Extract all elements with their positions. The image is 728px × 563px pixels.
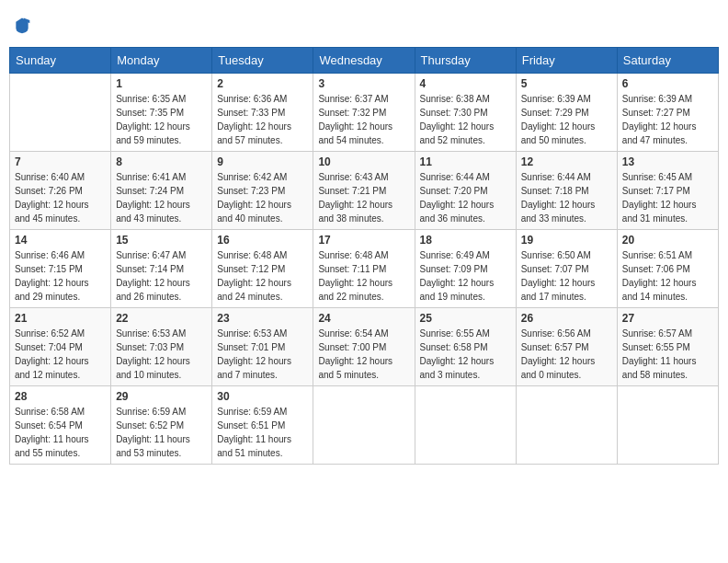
weekday-header-monday: Monday <box>111 48 212 74</box>
day-number: 14 <box>15 234 106 247</box>
day-info: Sunrise: 6:40 AM Sunset: 7:26 PM Dayligh… <box>15 170 106 225</box>
day-cell <box>313 386 415 465</box>
day-info: Sunrise: 6:39 AM Sunset: 7:27 PM Dayligh… <box>622 92 713 147</box>
day-number: 23 <box>217 312 308 325</box>
day-cell: 6Sunrise: 6:39 AM Sunset: 7:27 PM Daylig… <box>617 74 718 152</box>
day-cell: 8Sunrise: 6:41 AM Sunset: 7:24 PM Daylig… <box>111 152 212 230</box>
day-cell <box>617 386 718 465</box>
weekday-header-row: SundayMondayTuesdayWednesdayThursdayFrid… <box>10 48 719 74</box>
day-number: 29 <box>116 390 207 403</box>
day-info: Sunrise: 6:51 AM Sunset: 7:06 PM Dayligh… <box>622 248 713 304</box>
day-number: 25 <box>420 312 511 325</box>
day-cell: 1Sunrise: 6:35 AM Sunset: 7:35 PM Daylig… <box>111 74 212 152</box>
day-info: Sunrise: 6:43 AM Sunset: 7:21 PM Dayligh… <box>318 170 409 225</box>
day-info: Sunrise: 6:54 AM Sunset: 7:00 PM Dayligh… <box>318 327 409 382</box>
day-info: Sunrise: 6:38 AM Sunset: 7:30 PM Dayligh… <box>420 92 511 147</box>
weekday-header-thursday: Thursday <box>415 48 516 74</box>
day-cell <box>10 74 111 152</box>
day-cell: 16Sunrise: 6:48 AM Sunset: 7:12 PM Dayli… <box>212 230 313 308</box>
day-cell: 27Sunrise: 6:57 AM Sunset: 6:55 PM Dayli… <box>617 308 718 386</box>
day-info: Sunrise: 6:48 AM Sunset: 7:12 PM Dayligh… <box>217 248 308 304</box>
day-info: Sunrise: 6:53 AM Sunset: 7:01 PM Dayligh… <box>217 327 308 382</box>
day-cell: 23Sunrise: 6:53 AM Sunset: 7:01 PM Dayli… <box>212 308 313 386</box>
weekday-header-tuesday: Tuesday <box>212 48 313 74</box>
day-info: Sunrise: 6:59 AM Sunset: 6:52 PM Dayligh… <box>116 405 207 460</box>
day-info: Sunrise: 6:42 AM Sunset: 7:23 PM Dayligh… <box>217 170 308 225</box>
day-info: Sunrise: 6:58 AM Sunset: 6:54 PM Dayligh… <box>15 405 106 460</box>
day-info: Sunrise: 6:44 AM Sunset: 7:18 PM Dayligh… <box>521 170 612 225</box>
day-cell <box>415 386 516 465</box>
weekday-header-sunday: Sunday <box>10 48 111 74</box>
page-header <box>9 9 719 40</box>
day-cell: 12Sunrise: 6:44 AM Sunset: 7:18 PM Dayli… <box>516 152 617 230</box>
day-info: Sunrise: 6:49 AM Sunset: 7:09 PM Dayligh… <box>420 248 511 304</box>
day-cell: 15Sunrise: 6:47 AM Sunset: 7:14 PM Dayli… <box>111 230 212 308</box>
day-cell <box>516 386 617 465</box>
day-cell: 14Sunrise: 6:46 AM Sunset: 7:15 PM Dayli… <box>10 230 111 308</box>
weekday-header-friday: Friday <box>516 48 617 74</box>
day-cell: 19Sunrise: 6:50 AM Sunset: 7:07 PM Dayli… <box>516 230 617 308</box>
day-info: Sunrise: 6:41 AM Sunset: 7:24 PM Dayligh… <box>116 170 207 225</box>
day-number: 16 <box>217 234 308 247</box>
day-cell: 13Sunrise: 6:45 AM Sunset: 7:17 PM Dayli… <box>617 152 718 230</box>
week-row-2: 14Sunrise: 6:46 AM Sunset: 7:15 PM Dayli… <box>10 230 719 308</box>
day-cell: 11Sunrise: 6:44 AM Sunset: 7:20 PM Dayli… <box>415 152 516 230</box>
day-cell: 3Sunrise: 6:37 AM Sunset: 7:32 PM Daylig… <box>313 74 415 152</box>
day-cell: 7Sunrise: 6:40 AM Sunset: 7:26 PM Daylig… <box>10 152 111 230</box>
day-number: 12 <box>521 155 612 168</box>
day-number: 18 <box>420 234 511 247</box>
day-number: 17 <box>318 234 409 247</box>
day-cell: 10Sunrise: 6:43 AM Sunset: 7:21 PM Dayli… <box>313 152 415 230</box>
day-number: 19 <box>521 234 612 247</box>
day-cell: 30Sunrise: 6:59 AM Sunset: 6:51 PM Dayli… <box>212 386 313 465</box>
week-row-0: 1Sunrise: 6:35 AM Sunset: 7:35 PM Daylig… <box>10 74 719 152</box>
week-row-1: 7Sunrise: 6:40 AM Sunset: 7:26 PM Daylig… <box>10 152 719 230</box>
day-number: 2 <box>217 77 308 90</box>
weekday-header-wednesday: Wednesday <box>313 48 415 74</box>
day-number: 15 <box>116 234 207 247</box>
day-cell: 26Sunrise: 6:56 AM Sunset: 6:57 PM Dayli… <box>516 308 617 386</box>
day-info: Sunrise: 6:48 AM Sunset: 7:11 PM Dayligh… <box>318 248 409 304</box>
day-number: 4 <box>420 77 511 90</box>
day-cell: 21Sunrise: 6:52 AM Sunset: 7:04 PM Dayli… <box>10 308 111 386</box>
day-info: Sunrise: 6:53 AM Sunset: 7:03 PM Dayligh… <box>116 327 207 382</box>
day-number: 9 <box>217 155 308 168</box>
logo <box>13 15 33 34</box>
day-number: 27 <box>622 312 713 325</box>
day-number: 21 <box>15 312 106 325</box>
week-row-3: 21Sunrise: 6:52 AM Sunset: 7:04 PM Dayli… <box>10 308 719 386</box>
day-number: 10 <box>318 155 409 168</box>
day-info: Sunrise: 6:39 AM Sunset: 7:29 PM Dayligh… <box>521 92 612 147</box>
week-row-4: 28Sunrise: 6:58 AM Sunset: 6:54 PM Dayli… <box>10 386 719 465</box>
day-info: Sunrise: 6:52 AM Sunset: 7:04 PM Dayligh… <box>15 327 106 382</box>
day-info: Sunrise: 6:55 AM Sunset: 6:58 PM Dayligh… <box>420 327 511 382</box>
day-cell: 25Sunrise: 6:55 AM Sunset: 6:58 PM Dayli… <box>415 308 516 386</box>
day-info: Sunrise: 6:59 AM Sunset: 6:51 PM Dayligh… <box>217 405 308 460</box>
day-info: Sunrise: 6:45 AM Sunset: 7:17 PM Dayligh… <box>622 170 713 225</box>
day-info: Sunrise: 6:35 AM Sunset: 7:35 PM Dayligh… <box>116 92 207 147</box>
day-cell: 17Sunrise: 6:48 AM Sunset: 7:11 PM Dayli… <box>313 230 415 308</box>
day-cell: 9Sunrise: 6:42 AM Sunset: 7:23 PM Daylig… <box>212 152 313 230</box>
day-number: 24 <box>318 312 409 325</box>
day-info: Sunrise: 6:47 AM Sunset: 7:14 PM Dayligh… <box>116 248 207 304</box>
day-cell: 28Sunrise: 6:58 AM Sunset: 6:54 PM Dayli… <box>10 386 111 465</box>
day-number: 28 <box>15 390 106 403</box>
day-number: 5 <box>521 77 612 90</box>
day-number: 6 <box>622 77 713 90</box>
day-info: Sunrise: 6:37 AM Sunset: 7:32 PM Dayligh… <box>318 92 409 147</box>
day-number: 13 <box>622 155 713 168</box>
day-info: Sunrise: 6:50 AM Sunset: 7:07 PM Dayligh… <box>521 248 612 304</box>
calendar: SundayMondayTuesdayWednesdayThursdayFrid… <box>9 47 719 465</box>
day-number: 1 <box>116 77 207 90</box>
logo-icon <box>13 16 31 34</box>
day-cell: 22Sunrise: 6:53 AM Sunset: 7:03 PM Dayli… <box>111 308 212 386</box>
day-cell: 29Sunrise: 6:59 AM Sunset: 6:52 PM Dayli… <box>111 386 212 465</box>
day-cell: 4Sunrise: 6:38 AM Sunset: 7:30 PM Daylig… <box>415 74 516 152</box>
day-cell: 24Sunrise: 6:54 AM Sunset: 7:00 PM Dayli… <box>313 308 415 386</box>
day-number: 20 <box>622 234 713 247</box>
day-number: 8 <box>116 155 207 168</box>
day-info: Sunrise: 6:46 AM Sunset: 7:15 PM Dayligh… <box>15 248 106 304</box>
day-number: 11 <box>420 155 511 168</box>
day-number: 22 <box>116 312 207 325</box>
day-info: Sunrise: 6:44 AM Sunset: 7:20 PM Dayligh… <box>420 170 511 225</box>
